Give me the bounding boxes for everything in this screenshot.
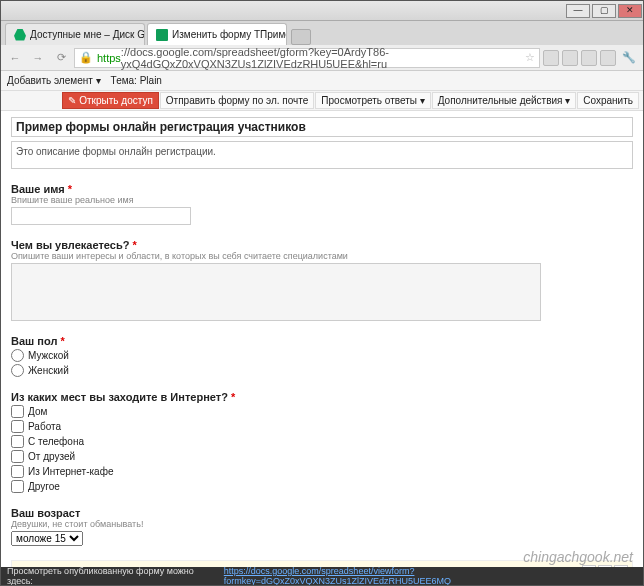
extension-icon[interactable] [581, 50, 597, 66]
window-minimize-button[interactable]: — [566, 4, 590, 18]
extension-icon[interactable] [543, 50, 559, 66]
lock-icon: 🔒 [79, 51, 93, 64]
form-description-input[interactable]: Это описание формы онлайн регистрации. [11, 141, 633, 169]
gender-female-radio[interactable] [11, 364, 24, 377]
new-tab-button[interactable] [291, 29, 311, 45]
bookmark-star-icon[interactable]: ☆ [525, 51, 535, 64]
share-button[interactable]: ✎ Открыть доступ [62, 92, 158, 109]
question-age: Ваш возраст Девушки, не стоит обманывать… [11, 507, 633, 546]
window-maximize-button[interactable]: ▢ [592, 4, 616, 18]
where-friends-checkbox[interactable] [11, 450, 24, 463]
status-bar: Просмотреть опубликованную форму можно з… [1, 567, 643, 585]
tab-label: Изменить форму ТПример ф [172, 29, 287, 40]
app-menubar: Добавить элемент ▾ Тема: Plain [1, 71, 643, 91]
where-phone-checkbox[interactable] [11, 435, 24, 448]
view-responses-button[interactable]: Просмотреть ответы ▾ [315, 92, 430, 109]
more-actions-button[interactable]: Дополнительные действия ▾ [432, 92, 577, 109]
tab-label: Доступные мне – Диск Goo [30, 29, 145, 40]
app-toolbar: ✎ Открыть доступ Отправить форму по эл. … [1, 91, 643, 111]
os-titlebar: — ▢ ✕ [1, 1, 643, 21]
where-cafe-checkbox[interactable] [11, 465, 24, 478]
question-hobby: Чем вы увлекаетесь? * Опишите ваши интер… [11, 239, 633, 321]
question-name: Ваше имя * Впишите ваше реальное имя [11, 183, 633, 225]
browser-tabstrip: Доступные мне – Диск Goo × Изменить форм… [1, 21, 643, 45]
extension-icon[interactable] [600, 50, 616, 66]
save-button[interactable]: Сохранить [577, 92, 639, 109]
url-input[interactable]: 🔒 https ://docs.google.com/spreadsheet/g… [74, 48, 540, 68]
hobby-textarea[interactable] [11, 263, 541, 321]
drive-icon [14, 29, 26, 41]
question-gender: Ваш пол * Мужской Женский [11, 335, 633, 377]
url-rest: ://docs.google.com/spreadsheet/gform?key… [121, 46, 525, 70]
extension-icon[interactable] [562, 50, 578, 66]
required-marker: * [68, 183, 72, 195]
window-close-button[interactable]: ✕ [618, 4, 642, 18]
browser-tab-drive[interactable]: Доступные мне – Диск Goo × [5, 23, 145, 45]
spreadsheet-icon [156, 29, 168, 41]
nav-back-button[interactable]: ← [5, 49, 25, 67]
gender-male-radio[interactable] [11, 349, 24, 362]
age-select[interactable]: моложе 15 [11, 531, 83, 546]
form-title-input[interactable]: Пример формы онлайн регистрация участник… [11, 117, 633, 137]
email-form-button[interactable]: Отправить форму по эл. почте [160, 92, 315, 109]
add-element-menu[interactable]: Добавить элемент ▾ [7, 75, 101, 86]
published-form-link[interactable]: https://docs.google.com/spreadsheet/view… [224, 566, 637, 586]
browser-addressbar: ← → ⟳ 🔒 https ://docs.google.com/spreads… [1, 45, 643, 71]
app-window: — ▢ ✕ Доступные мне – Диск Goo × Изменит… [0, 0, 644, 586]
nav-forward-button[interactable]: → [28, 49, 48, 67]
where-work-checkbox[interactable] [11, 420, 24, 433]
watermark: chingachgook.net [523, 549, 633, 565]
url-https: https [97, 52, 121, 64]
where-other-checkbox[interactable] [11, 480, 24, 493]
browser-tab-form[interactable]: Изменить форму ТПример ф × [147, 23, 287, 45]
wrench-icon[interactable]: 🔧 [619, 49, 639, 67]
nav-reload-button[interactable]: ⟳ [51, 49, 71, 67]
theme-menu[interactable]: Тема: Plain [111, 75, 162, 86]
question-where: Из каких мест вы заходите в Интернет? * … [11, 391, 633, 493]
name-text-input[interactable] [11, 207, 191, 225]
where-home-checkbox[interactable] [11, 405, 24, 418]
form-editor: Пример формы онлайн регистрация участник… [1, 111, 643, 567]
